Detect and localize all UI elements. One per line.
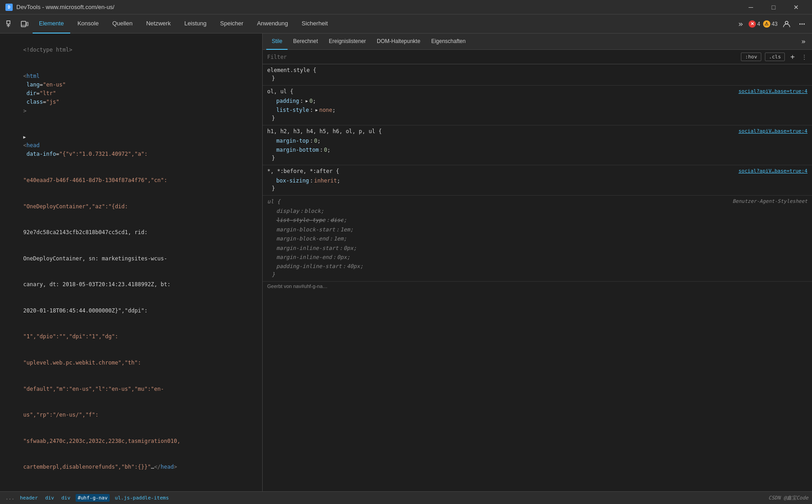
html-line-head-10: "default","m":"en-us","l":"en-us","mu":"… [0, 376, 262, 402]
tab-dom-haltepunkte[interactable]: DOM-Haltepunkte [371, 34, 426, 50]
warning-count: 43 [772, 21, 778, 27]
html-line-head-3: "OneDeployContainer","az":"{did: [0, 193, 262, 220]
inspect-element-button[interactable] [4, 18, 16, 30]
style-rule-ol-ul-header: ol, ul { social?apiV…base=true:4 [267, 88, 807, 95]
breadcrumb-uhf-g-nav[interactable]: #uhf-g-nav [76, 494, 109, 502]
warning-badge: ⚠ 43 [763, 20, 778, 28]
styles-tabs: Stile Berechnet Ereignislistener DOM-Hal… [263, 34, 812, 50]
customize-button[interactable] [796, 18, 808, 30]
title-bar-text: DevTools - www.microsoft.com/en-us/ [16, 4, 737, 10]
tab-stile[interactable]: Stile [266, 34, 288, 50]
close-brace-headings: } [267, 155, 807, 161]
device-toolbar-button[interactable] [18, 18, 31, 30]
source-label-ua: Benutzer-Agent-Stylesheet [732, 198, 807, 204]
minimize-button[interactable]: ─ [740, 1, 761, 14]
html-line-head-4: 92e7dc58ca2143cfb2c818b047cc5cd1, rid: [0, 220, 262, 246]
user-settings-button[interactable] [780, 18, 793, 30]
html-line-head-1: ▶ <head data-info="{"v":"1.0.7321.40972"… [0, 124, 262, 168]
tab-elemente[interactable]: Elemente [33, 14, 70, 34]
style-rule-ul-ua-header: ul { Benutzer-Agent-Stylesheet [267, 198, 807, 205]
cls-button[interactable]: .cls [765, 53, 785, 61]
svg-rect-6 [27, 22, 28, 26]
html-line-head-6: canary, dt: 2018-05-03T20:14:23.4188992Z… [0, 272, 262, 298]
more-tabs-button[interactable]: » [735, 17, 746, 30]
breadcrumb-div-1[interactable]: div [43, 494, 56, 502]
style-rule-ul-ua: ul { Benutzer-Agent-Stylesheet display :… [263, 196, 812, 282]
prop-margin-inline-start: margin-inline-start : 0px ; [267, 244, 807, 253]
breadcrumb-header[interactable]: header [18, 494, 40, 502]
source-link-headings[interactable]: social?apiV…base=true:4 [739, 128, 807, 134]
prop-margin-top: margin-top : 0 ; [267, 136, 807, 145]
style-rule-universal-header: *, *:before, *:after { social?apiV…base=… [267, 168, 807, 174]
style-rule-header: element.style { [267, 67, 807, 73]
html-line-html: <html lang="en-us" dir="ltr" class="js" … [0, 63, 262, 124]
prop-margin-bottom: margin-bottom : 0 ; [267, 145, 807, 154]
tab-quellen[interactable]: Quellen [106, 14, 139, 34]
hov-button[interactable]: :hov [741, 53, 761, 61]
main-content: <!doctype html> <html lang="en-us" dir="… [0, 34, 812, 491]
html-line-head-2: "e40eaad7-b46f-4661-8d7b-1304f87a4f76","… [0, 168, 262, 194]
breadcrumb-ul[interactable]: ul.js-paddle-items [113, 494, 171, 502]
prop-padding-inline-start: padding-inline-start : 40px ; [267, 262, 807, 271]
close-brace-ul-ua: } [267, 271, 807, 278]
prop-margin-block-start: margin-block-start : 1em ; [267, 225, 807, 234]
source-link-universal[interactable]: social?apiV…base=true:4 [739, 168, 807, 174]
html-line-head-12: "sfwaab,2470c,2203c,2032c,2238c,tasmigra… [0, 428, 262, 454]
breadcrumb-dots[interactable]: ... [4, 494, 16, 502]
breadcrumb-div-2[interactable]: div [60, 494, 72, 502]
html-line-head-9: "uplevel.web.pc.webkit.chrome","th": [0, 350, 262, 376]
selector-ol-ul: ol, ul { [267, 88, 293, 95]
html-line-head-8: "1","dpio":"","dpi":"1","dg": [0, 324, 262, 350]
html-line-doctype: <!doctype html> [0, 37, 262, 63]
tab-konsole[interactable]: Konsole [71, 14, 105, 34]
close-button[interactable]: ✕ [786, 1, 807, 14]
inherited-from-label: Geerbt von nav#uhf-g-na… [263, 282, 812, 291]
source-link-ol-ul[interactable]: social?apiV…base=true:4 [739, 88, 807, 94]
tab-netzwerk[interactable]: Netzwerk [140, 14, 177, 34]
prop-box-sizing: box-sizing : inherit ; [267, 176, 807, 185]
error-count: 4 [757, 21, 760, 27]
html-line-body-1: ▼ <body class="p_mscom s_mscomhp [0, 480, 262, 491]
selector-ul-ua: ul { [267, 198, 280, 205]
filter-bar: :hov .cls + ⋮ [263, 50, 812, 64]
tab-sicherheit[interactable]: Sicherheit [295, 14, 334, 34]
style-rule-universal: *, *:before, *:after { social?apiV…base=… [263, 165, 812, 196]
style-rule-headings-header: h1, h2, h3, h4, h5, h6, ol, p, ul { soci… [267, 128, 807, 134]
warning-icon: ⚠ [763, 20, 770, 28]
close-brace: } [267, 75, 807, 82]
add-style-button[interactable]: + [788, 53, 797, 61]
svg-point-8 [785, 21, 788, 24]
close-brace-ol-ul: } [267, 115, 807, 121]
tab-anwendung[interactable]: Anwendung [250, 14, 294, 34]
tab-speicher[interactable]: Speicher [214, 14, 250, 34]
html-line-head-7: 2020-01-18T06:45:44.0000000Z}","ddpi": [0, 298, 262, 324]
filter-options-button[interactable]: ⋮ [801, 53, 807, 61]
more-styles-tabs-button[interactable]: » [798, 37, 808, 46]
filter-input[interactable] [267, 54, 737, 60]
selector-universal: *, *:before, *:after { [267, 168, 339, 174]
maximize-button[interactable]: □ [763, 1, 784, 14]
error-badge: ✕ 4 [749, 20, 760, 28]
style-rule-ol-ul: ol, ul { social?apiV…base=true:4 padding… [263, 86, 812, 125]
prop-list-style: list-style : ▶ none ; [267, 106, 807, 115]
prop-margin-inline-end: margin-inline-end : 0px ; [267, 253, 807, 262]
selector-element-style: element.style { [267, 67, 316, 73]
styles-panel: Stile Berechnet Ereignislistener DOM-Hal… [263, 34, 812, 491]
tab-eigenschaften[interactable]: Eigenschaften [426, 34, 471, 50]
svg-point-10 [802, 23, 803, 24]
html-tree-panel[interactable]: <!doctype html> <html lang="en-us" dir="… [0, 34, 263, 491]
error-icon: ✕ [749, 20, 756, 28]
title-bar-controls: ─ □ ✕ [740, 1, 807, 14]
svg-rect-5 [21, 21, 26, 27]
html-line-head-5: OneDeployContainer, sn: marketingsites-w… [0, 246, 262, 272]
breadcrumb-bar: ... header div div #uhf-g-nav ul.js-padd… [0, 491, 812, 504]
tab-leistung[interactable]: Leistung [178, 14, 213, 34]
close-brace-universal: } [267, 185, 807, 192]
styles-content: element.style { } ol, ul { social?apiV…b… [263, 64, 812, 491]
tab-ereignislistener[interactable]: Ereignislistener [323, 34, 371, 50]
style-rule-headings: h1, h2, h3, h4, h5, h6, ol, p, ul { soci… [263, 125, 812, 165]
breadcrumb-right-label: CSDN @鑫宝Code [769, 494, 808, 501]
prop-margin-block-end: margin-block-end : 1em ; [267, 234, 807, 243]
tab-berechnet[interactable]: Berechnet [288, 34, 323, 50]
prop-list-style-type: list-style-type : disc ; [267, 216, 807, 225]
